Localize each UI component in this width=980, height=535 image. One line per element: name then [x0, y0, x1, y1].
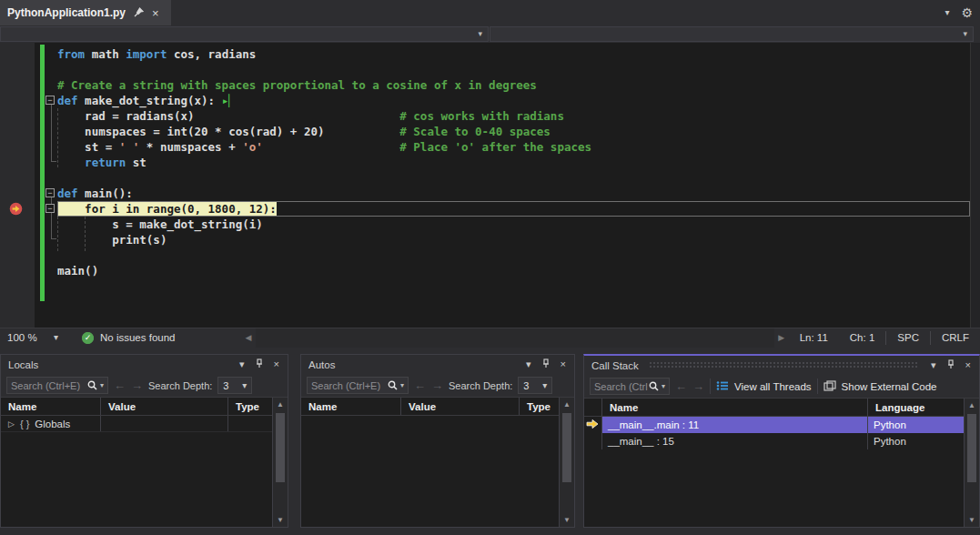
locals-vertical-scrollbar[interactable]: ▲ ▼ [272, 398, 288, 527]
autos-vertical-scrollbar[interactable]: ▲ ▼ [559, 398, 574, 527]
scrollbar-thumb[interactable] [562, 413, 571, 482]
stack-frame-row[interactable]: __main__ : 15 Python [584, 433, 964, 449]
close-icon[interactable]: × [152, 7, 159, 19]
gear-icon[interactable]: ⚙ [961, 6, 973, 19]
code-line[interactable]: # Create a string with spaces proportion… [57, 77, 970, 93]
code-line[interactable]: −def make_dot_string(x): ▸▏ [57, 93, 970, 108]
pin-icon[interactable] [539, 358, 553, 370]
scroll-down-icon[interactable]: ▼ [965, 513, 979, 527]
issues-text: No issues found [100, 332, 175, 343]
code-editor[interactable]: from math import cos, radians# Create a … [0, 43, 980, 328]
pin-icon[interactable] [134, 7, 144, 19]
chevron-down-icon[interactable]: ▾ [100, 382, 104, 389]
forward-icon[interactable]: → [692, 379, 704, 393]
panel-title: Autos [308, 359, 335, 370]
code-line[interactable]: rad = radians(x) # cos works with radian… [57, 108, 970, 124]
code-line[interactable] [57, 62, 970, 77]
editor-vertical-scrollbar[interactable] [970, 43, 980, 328]
horizontal-scrollbar[interactable] [256, 328, 774, 348]
show-external-code-button[interactable]: Show External Code [823, 380, 937, 393]
scroll-up-icon[interactable]: ▲ [560, 398, 574, 411]
call-stack-vertical-scrollbar[interactable]: ▲ ▼ [964, 399, 979, 527]
forward-icon[interactable]: → [431, 379, 443, 392]
call-stack-title-bar[interactable]: Call Stack ▾ × [584, 356, 979, 375]
fold-toggle-icon[interactable]: − [45, 96, 55, 105]
code-line[interactable]: return st [57, 155, 970, 170]
scroll-up-icon[interactable]: ▲ [273, 398, 288, 411]
forward-icon[interactable]: → [131, 379, 143, 392]
column-header-type[interactable]: Type [520, 398, 559, 415]
code-line[interactable]: −def main(): [57, 186, 970, 201]
health-indicator[interactable]: ✓ No issues found [82, 332, 241, 344]
autos-search-box[interactable]: ▾ [307, 377, 409, 394]
chevron-down-icon[interactable]: ▾ [662, 383, 665, 390]
locals-row-globals[interactable]: ▷ { } Globals [1, 416, 272, 432]
scroll-left-icon[interactable]: ◀ [241, 333, 256, 342]
code-line[interactable]: print(s) [57, 232, 970, 247]
view-all-threads-button[interactable]: View all Threads [716, 380, 812, 393]
scroll-up-icon[interactable]: ▲ [965, 399, 979, 412]
zoom-dropdown[interactable]: 100 % ▾ [0, 328, 66, 348]
document-list-dropdown-icon[interactable]: ▾ [945, 8, 949, 17]
scroll-down-icon[interactable]: ▼ [273, 513, 288, 527]
drag-handle-dots[interactable] [649, 361, 918, 369]
close-icon[interactable]: × [271, 359, 282, 369]
pin-icon[interactable] [252, 358, 267, 370]
code-line[interactable]: main() [57, 263, 970, 278]
scrollbar-thumb[interactable] [967, 414, 976, 482]
code-line[interactable]: from math import cos, radians [57, 46, 970, 62]
scroll-right-icon[interactable]: ▶ [774, 333, 789, 342]
expander-icon[interactable]: ▷ [8, 419, 15, 429]
search-depth-dropdown[interactable]: 3 ▾ [518, 377, 552, 394]
code-line[interactable]: st = ' ' * numspaces + 'o' # Place 'o' a… [57, 139, 970, 155]
frame-name: __main__ : 15 [602, 433, 868, 449]
search-icon[interactable] [388, 378, 398, 394]
stack-frame-row[interactable]: __main__.main : 11 Python [584, 417, 964, 433]
code-area[interactable]: from math import cos, radians# Create a … [0, 43, 970, 328]
column-header-language[interactable]: Language [868, 399, 964, 416]
window-position-icon[interactable]: ▾ [928, 360, 939, 370]
search-depth-dropdown[interactable]: 3 ▾ [217, 377, 252, 394]
column-header-name[interactable]: Name [602, 399, 868, 416]
tab-pythonapplication1[interactable]: PythonApplication1.py × [0, 0, 171, 25]
code-line[interactable] [57, 247, 970, 263]
search-input[interactable] [311, 380, 388, 391]
chevron-down-icon: ▾ [542, 381, 547, 390]
column-header-name[interactable]: Name [1, 398, 101, 415]
close-icon[interactable]: × [963, 360, 974, 370]
window-position-icon[interactable]: ▾ [237, 359, 248, 369]
object-icon: { } [20, 419, 29, 429]
window-position-icon[interactable]: ▾ [523, 359, 534, 369]
code-line[interactable] [57, 170, 970, 186]
locals-title-bar[interactable]: Locals ▾ × [1, 355, 288, 374]
autos-title-bar[interactable]: Autos ▾ × [301, 355, 574, 374]
column-header-value[interactable]: Value [101, 398, 228, 415]
fold-toggle-icon[interactable]: − [45, 188, 55, 197]
pin-icon[interactable] [944, 359, 958, 371]
back-icon[interactable]: ← [414, 379, 426, 392]
close-icon[interactable]: × [558, 359, 569, 369]
search-icon[interactable] [649, 379, 659, 395]
document-tab-strip: PythonApplication1.py × ▾ ⚙ [0, 0, 980, 25]
spaces-indicator[interactable]: SPC [886, 328, 930, 348]
column-header-name[interactable]: Name [301, 398, 401, 415]
back-icon[interactable]: ← [675, 379, 687, 393]
code-line[interactable]: s = make_dot_string(i) [57, 217, 970, 232]
search-input[interactable] [594, 381, 649, 392]
code-line[interactable]: − for i in range(0, 1800, 12): [57, 201, 970, 217]
scroll-down-icon[interactable]: ▼ [560, 513, 574, 527]
search-input[interactable] [11, 380, 87, 391]
back-icon[interactable]: ← [114, 379, 126, 392]
chevron-down-icon[interactable]: ▾ [400, 382, 404, 389]
search-icon[interactable] [87, 378, 97, 394]
call-stack-search-box[interactable]: ▾ [590, 378, 670, 395]
locals-search-box[interactable]: ▾ [6, 377, 108, 394]
nav-scope-dropdown[interactable]: ▾ [0, 26, 489, 42]
fold-toggle-icon[interactable]: − [45, 204, 55, 213]
column-header-value[interactable]: Value [401, 398, 520, 415]
scrollbar-thumb[interactable] [276, 413, 285, 482]
line-ending-indicator[interactable]: CRLF [931, 328, 980, 348]
column-header-type[interactable]: Type [228, 398, 272, 415]
code-line[interactable]: numspaces = int(20 * cos(rad) + 20) # Sc… [57, 124, 970, 139]
nav-member-dropdown[interactable]: ▾ [490, 26, 974, 42]
